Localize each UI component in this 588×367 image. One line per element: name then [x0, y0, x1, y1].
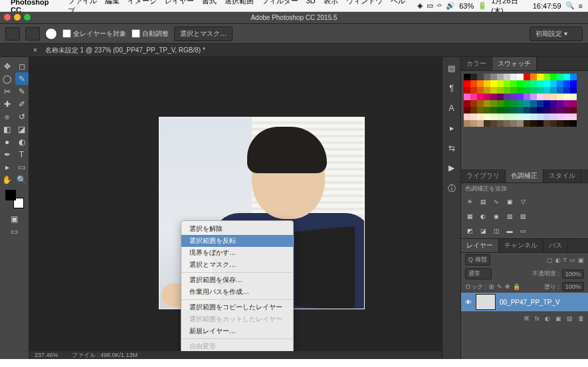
lock-transparent-icon[interactable]: ⊞ [489, 283, 494, 290]
auto-adjust-checkbox[interactable]: 自動調整 [132, 29, 169, 38]
bluetooth-icon[interactable]: ⌔ [437, 2, 442, 10]
tab-color[interactable]: カラー [461, 57, 492, 70]
swatch[interactable] [537, 120, 543, 127]
swatch[interactable] [504, 74, 510, 80]
swatch[interactable] [557, 74, 563, 80]
swatch[interactable] [510, 80, 517, 87]
swatch[interactable] [557, 107, 563, 113]
swatch[interactable] [484, 120, 490, 127]
swatch[interactable] [504, 113, 510, 120]
swatch[interactable] [490, 80, 497, 87]
play-panel-icon[interactable]: ▶ [448, 163, 454, 173]
swatch[interactable] [470, 107, 477, 113]
lasso-tool[interactable]: ◯ [1, 72, 14, 85]
swatch[interactable] [563, 94, 570, 100]
channel-mixer-icon[interactable]: ▧ [505, 212, 514, 221]
swatch[interactable] [504, 87, 510, 94]
opacity-input[interactable]: 100% [562, 269, 584, 279]
brush-tool[interactable]: ✐ [15, 98, 29, 110]
swatch[interactable] [464, 113, 470, 120]
fill-input[interactable]: 100% [562, 282, 584, 291]
history-brush-tool[interactable]: ↺ [15, 110, 29, 123]
swatch[interactable] [557, 120, 563, 127]
swatch[interactable] [557, 87, 563, 94]
context-menu-item[interactable]: 選択範囲をコピーしたレイヤー [181, 301, 293, 313]
tab-channels[interactable]: チャンネル [499, 239, 543, 252]
mac-menu-item[interactable]: 編集 [105, 0, 120, 5]
swatch[interactable] [530, 87, 537, 94]
swatch[interactable] [550, 107, 557, 113]
mac-menu-item[interactable]: フィルター [262, 0, 298, 5]
swatch[interactable] [550, 87, 557, 94]
swatch[interactable] [543, 107, 550, 113]
context-menu-item[interactable]: 境界をぼかす… [181, 247, 293, 259]
swatch[interactable] [517, 74, 524, 80]
swatch[interactable] [470, 113, 477, 120]
swatch[interactable] [477, 80, 484, 87]
lock-position-icon[interactable]: ✥ [505, 283, 510, 290]
swatch[interactable] [504, 107, 510, 113]
swatch[interactable] [550, 113, 557, 120]
swatch[interactable] [517, 100, 524, 107]
foreground-background-colors[interactable] [5, 190, 24, 208]
swatch[interactable] [510, 107, 517, 113]
swatch[interactable] [477, 94, 484, 100]
swatch[interactable] [510, 87, 517, 94]
dodge-tool[interactable]: ◐ [15, 135, 29, 148]
swatch[interactable] [504, 120, 510, 127]
swatch[interactable] [543, 94, 550, 100]
mac-menu-item[interactable]: イメージ [128, 0, 157, 5]
swatch[interactable] [530, 120, 537, 127]
swatch[interactable] [517, 107, 524, 113]
swatch[interactable] [490, 94, 497, 100]
swatch[interactable] [510, 74, 517, 80]
swatch[interactable] [570, 120, 577, 127]
hand-tool[interactable]: ✋ [1, 173, 14, 186]
new-group-icon[interactable]: ▣ [555, 315, 561, 322]
mac-menu-item[interactable]: 書式 [202, 0, 217, 5]
swatch[interactable] [563, 100, 570, 107]
hue-icon[interactable]: ▦ [465, 212, 474, 221]
swatch[interactable] [563, 107, 570, 113]
brightness-icon[interactable]: ☀ [465, 197, 474, 206]
swatch[interactable] [537, 107, 543, 113]
swatch[interactable] [497, 107, 504, 113]
swatch[interactable] [464, 100, 470, 107]
swatch[interactable] [537, 100, 543, 107]
mac-menu-item[interactable]: 選択範囲 [225, 0, 254, 5]
swatch[interactable] [517, 94, 524, 100]
swatch[interactable] [497, 100, 504, 107]
posterize-icon[interactable]: ◪ [478, 226, 488, 236]
swatch[interactable] [530, 100, 537, 107]
swatch[interactable] [470, 100, 477, 107]
path-select-tool[interactable]: ▸ [1, 161, 14, 173]
swatch[interactable] [464, 80, 470, 87]
swatch[interactable] [497, 120, 504, 127]
swatch[interactable] [563, 80, 570, 87]
eraser-tool[interactable]: ◧ [1, 123, 14, 135]
swatch[interactable] [497, 113, 504, 120]
close-tab-icon[interactable]: × [33, 46, 37, 54]
gradient-tool[interactable]: ◪ [15, 123, 29, 135]
eyedropper-tool[interactable]: ✎ [15, 85, 29, 98]
mac-menu-item[interactable]: 3D [306, 0, 316, 5]
tab-swatches[interactable]: スウォッチ [492, 57, 537, 70]
filter-type-icon[interactable]: T [563, 257, 567, 263]
swatch[interactable] [537, 113, 543, 120]
brush-preview-icon[interactable] [45, 28, 57, 40]
selection-mode-icon[interactable] [25, 27, 40, 40]
layer-thumbnail[interactable] [476, 294, 496, 310]
all-layers-checkbox[interactable]: 全レイヤーを対象 [62, 29, 126, 38]
bw-icon[interactable]: ◐ [478, 212, 488, 221]
exposure-icon[interactable]: ▣ [505, 197, 514, 206]
move-tool[interactable]: ✥ [1, 60, 14, 72]
screenmode-icon[interactable]: ▭ [8, 225, 21, 238]
swatch[interactable] [477, 113, 484, 120]
swatch[interactable] [557, 80, 563, 87]
tab-styles[interactable]: スタイル [543, 169, 581, 183]
swatch[interactable] [484, 80, 490, 87]
canvas-area[interactable]: 選択を解除選択範囲を反転境界をぼかす…選択とマスク…選択範囲を保存…作業用パスを… [29, 57, 442, 359]
blur-tool[interactable]: ● [1, 135, 14, 148]
volume-icon[interactable]: 🔊 [446, 1, 455, 10]
swatch[interactable] [470, 94, 477, 100]
